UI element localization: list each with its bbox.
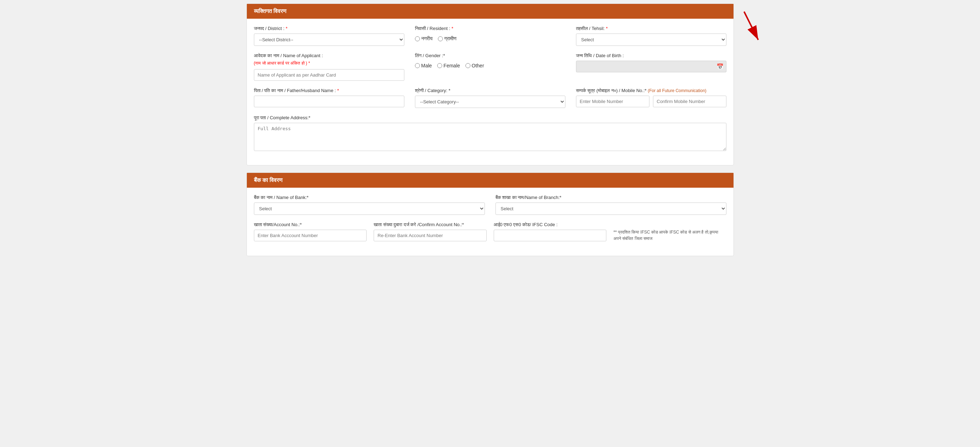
gender-male-label[interactable]: Male — [415, 63, 432, 68]
address-label: पूरा पता / Complete Address:* — [254, 115, 726, 120]
applicant-name-group: आवेदक का नाम / Name of Applicant : (नाम … — [254, 53, 404, 81]
resident-gramin-radio[interactable] — [438, 36, 443, 41]
gender-radio-group: Male Female Other — [415, 61, 565, 68]
bank-name-group: बैंक का नाम / Name of Bank:* Select — [254, 195, 485, 215]
account-no-label: खाता संख्या/Account No.:* — [254, 222, 367, 228]
personal-section-title: व्यक्तिगत विवरण — [254, 8, 286, 14]
district-group: जनपद / District : * --Select District-- — [254, 26, 404, 46]
personal-section-header: व्यक्तिगत विवरण — [247, 4, 733, 19]
personal-details-section: व्यक्तिगत विवरण जनपद / District : * --Se… — [247, 3, 734, 165]
father-name-group: पिता / पति का नाम / Father/Husband Name … — [254, 88, 404, 108]
gender-group: लिंग / Gender :* Male Female — [415, 53, 565, 81]
resident-radio-group: नगरीय ग्रामीण — [415, 33, 565, 42]
account-no-input[interactable] — [254, 230, 367, 241]
resident-gramin-label[interactable]: ग्रामीण — [438, 36, 457, 42]
branch-name-select[interactable]: Select — [495, 203, 726, 215]
ifsc-label: आई0 एफ0 एस0 कोड/ IFSC Code : — [494, 222, 607, 228]
address-group: पूरा पता / Complete Address:* — [254, 115, 726, 151]
account-no-group: खाता संख्या/Account No.:* — [254, 222, 367, 241]
dob-group: जन्म तिथि / Date of Birth : 📅 — [576, 53, 726, 81]
resident-group: निवासी / Resident : * नगरीय ग्रामीण — [415, 26, 565, 46]
ifsc-note-group: ** प्रदशित किया IFSC कोड आपके IFSC कोड स… — [613, 222, 726, 242]
mobile-label: सम्पर्क सूत्र (मोबाइल न०) / Mobile No.:*… — [576, 88, 726, 94]
ifsc-input[interactable] — [494, 230, 607, 241]
gender-other-radio[interactable] — [465, 63, 470, 68]
mobile-fields-wrapper — [576, 96, 726, 107]
branch-name-group: बैंक शाखा का नाम/Name of Branch:* Select — [495, 195, 726, 215]
tehsil-label: तहसील / Tehsil: * — [576, 26, 726, 32]
bank-section-header: बैंक का विवरण — [247, 173, 733, 188]
svg-line-1 — [744, 12, 758, 40]
father-name-input[interactable] — [254, 96, 404, 107]
category-label: श्रेणी / Category: * — [415, 88, 565, 94]
confirm-account-label: खाता संख्या दुबारा दर्ज करे /Confirm Acc… — [374, 222, 487, 228]
mobile-group: सम्पर्क सूत्र (मोबाइल न०) / Mobile No.:*… — [576, 88, 726, 108]
ifsc-note-text: ** प्रदशित किया IFSC कोड आपके IFSC कोड स… — [613, 222, 726, 242]
applicant-name-input[interactable] — [254, 69, 404, 81]
bank-name-label: बैंक का नाम / Name of Bank:* — [254, 195, 485, 200]
confirm-account-group: खाता संख्या दुबारा दर्ज करे /Confirm Acc… — [374, 222, 487, 241]
confirm-account-input[interactable] — [374, 230, 487, 241]
gender-female-radio[interactable] — [437, 63, 442, 68]
confirm-mobile-input[interactable] — [653, 96, 726, 107]
resident-nagrik-label[interactable]: नगरीय — [415, 36, 433, 42]
bank-name-select[interactable]: Select — [254, 203, 485, 215]
resident-nagrik-radio[interactable] — [415, 36, 420, 41]
branch-name-label: बैंक शाखा का नाम/Name of Branch:* — [495, 195, 726, 200]
district-label: जनपद / District : * — [254, 26, 404, 32]
ifsc-group: आई0 एफ0 एस0 कोड/ IFSC Code : — [494, 222, 607, 241]
district-select[interactable]: --Select District-- — [254, 33, 404, 46]
dob-label: जन्म तिथि / Date of Birth : — [576, 53, 726, 59]
dob-input-wrapper: 📅 — [576, 61, 726, 72]
bank-details-section: बैंक का विवरण बैंक का नाम / Name of Bank… — [247, 173, 734, 256]
applicant-name-label: आवेदक का नाम / Name of Applicant : — [254, 53, 404, 59]
dob-input[interactable] — [576, 61, 726, 72]
mobile-input[interactable] — [576, 96, 649, 107]
category-select[interactable]: --Select Category-- — [415, 96, 565, 108]
gender-other-label[interactable]: Other — [465, 63, 484, 68]
gender-male-radio[interactable] — [415, 63, 420, 68]
gender-female-label[interactable]: Female — [437, 63, 460, 68]
tehsil-select[interactable]: Select — [576, 33, 726, 46]
father-name-label: पिता / पति का नाम / Father/Husband Name … — [254, 88, 404, 94]
resident-label: निवासी / Resident : * — [415, 26, 565, 32]
red-arrow-indicator — [733, 8, 776, 47]
category-group: श्रेणी / Category: * --Select Category-- — [415, 88, 565, 108]
tehsil-group: तहसील / Tehsil: * Select — [576, 26, 726, 46]
bank-section-title: बैंक का विवरण — [254, 177, 283, 183]
gender-label: लिंग / Gender :* — [415, 53, 565, 59]
applicant-name-note: (नाम जो आधार कार्ड पर अंकित हो ) * — [254, 61, 404, 66]
address-textarea[interactable] — [254, 123, 726, 151]
